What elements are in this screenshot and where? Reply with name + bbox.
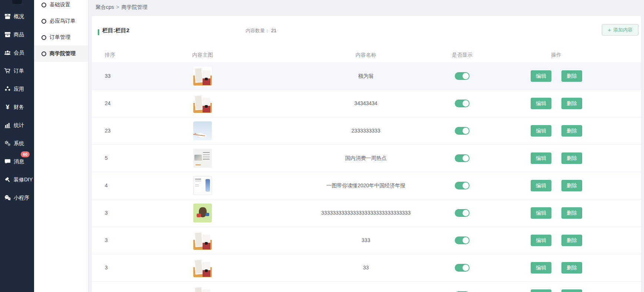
row-visibility-toggle[interactable] <box>455 264 470 272</box>
row-thumbnail-image <box>193 231 212 250</box>
row-thumbnail-image <box>193 204 212 222</box>
row-visibility-toggle[interactable] <box>455 72 470 80</box>
toggle-knob <box>463 237 469 244</box>
sidebar-item-system[interactable]: 系统 <box>0 134 34 152</box>
submenu-item-label: 商学院管理 <box>50 50 76 57</box>
row-content-name: 一图带你读懂2020年中国经济年报 <box>326 172 405 199</box>
row-content-name: 3333333333333333333333333333333 <box>321 199 410 226</box>
product-icon <box>4 31 11 38</box>
primary-sidebar: 概况 商品 会员 订单 应用 ¥ 财务 <box>0 0 34 292</box>
sidebar-item-label: 订单 <box>14 68 24 74</box>
sidebar-item-stats[interactable]: 统计 <box>0 116 34 134</box>
thumb-layer <box>194 259 203 275</box>
row-thumbnail-image <box>193 121 212 140</box>
thumb-layer <box>196 164 201 165</box>
row-sort-value: 3 <box>105 282 108 292</box>
row-thumbnail-image <box>193 176 212 195</box>
edit-button[interactable]: 编辑 <box>531 125 551 137</box>
delete-button[interactable]: 删除 <box>561 207 582 219</box>
row-actions: 编辑 删除 <box>531 235 582 246</box>
thumb-layer <box>197 214 201 217</box>
submenu-item-order-management[interactable]: 订单管理 <box>34 29 88 46</box>
message-bubble-icon <box>4 158 11 165</box>
table-header: 排序 内容主图 内容名称 是否显示 操作 <box>92 47 641 62</box>
row-thumbnail-image <box>193 286 212 292</box>
edit-button[interactable]: 编辑 <box>531 235 551 246</box>
row-visibility-toggle[interactable] <box>455 209 470 217</box>
content-count: 内容数量：21 <box>246 27 276 34</box>
row-visibility-toggle[interactable] <box>455 154 470 162</box>
delete-button[interactable]: 删除 <box>561 70 582 82</box>
row-content-name: 333 <box>361 227 370 254</box>
thumb-layer <box>205 242 208 245</box>
breadcrumb-item-root[interactable]: 聚合cps <box>96 4 114 10</box>
thumb-layer <box>195 179 201 179</box>
add-content-button[interactable]: + 添加内容 <box>602 24 638 36</box>
secondary-sidebar: 基础设置 必应鸟订单 订单管理 商学院管理 <box>34 0 89 292</box>
row-sort-value: 33 <box>105 63 111 90</box>
row-visibility-toggle[interactable] <box>455 236 470 244</box>
delete-button[interactable]: 删除 <box>561 98 582 109</box>
delete-button[interactable]: 删除 <box>561 235 582 246</box>
orders-cart-icon <box>4 67 11 74</box>
table-row: 3 33 编辑 删除 <box>92 281 641 292</box>
thumb-layer <box>194 155 202 161</box>
sidebar-item-members[interactable]: 会员 <box>0 44 34 62</box>
edit-button[interactable]: 编辑 <box>531 180 551 191</box>
thumb-layer <box>194 232 203 247</box>
sidebar-item-label: 系统 <box>14 140 24 147</box>
delete-button[interactable]: 删除 <box>561 180 582 191</box>
overview-icon <box>4 13 11 20</box>
delete-button[interactable]: 删除 <box>561 262 582 273</box>
circle-bullet-icon <box>41 19 46 24</box>
row-visibility-toggle[interactable] <box>455 100 470 107</box>
panel-title: 栏目:栏目2 <box>102 27 129 34</box>
row-actions: 编辑 删除 <box>531 207 582 219</box>
row-sort-value: 5 <box>105 145 108 172</box>
apps-icon <box>4 85 11 93</box>
edit-button[interactable]: 编辑 <box>531 152 551 164</box>
primary-nav: 概况 商品 会员 订单 应用 ¥ 财务 <box>0 7 34 207</box>
members-icon <box>4 49 11 56</box>
submenu-item-biyingniao-orders[interactable]: 必应鸟订单 <box>34 13 88 29</box>
delete-button[interactable]: 删除 <box>561 152 582 164</box>
plus-icon: + <box>608 27 611 33</box>
table-row: 33 额为翁 编辑 删除 <box>92 62 641 90</box>
row-visibility-toggle[interactable] <box>455 127 470 135</box>
sidebar-item-label: 消息 <box>14 158 24 165</box>
circle-bullet-icon <box>41 35 46 40</box>
sidebar-item-finance[interactable]: ¥ 财务 <box>0 98 34 116</box>
edit-button[interactable]: 编辑 <box>531 70 551 82</box>
sidebar-item-label: 统计 <box>14 122 24 129</box>
row-content-name: 33 <box>363 282 369 292</box>
submenu-item-basic-settings[interactable]: 基础设置 <box>34 0 88 13</box>
delete-button[interactable]: 删除 <box>561 125 582 137</box>
toggle-knob <box>463 182 469 189</box>
edit-button[interactable]: 编辑 <box>531 289 551 292</box>
sidebar-item-apps[interactable]: 应用 <box>0 80 34 98</box>
row-actions: 编辑 删除 <box>531 125 582 137</box>
edit-button[interactable]: 编辑 <box>531 98 551 109</box>
delete-button[interactable]: 删除 <box>561 289 582 292</box>
sidebar-item-products[interactable]: 商品 <box>0 26 34 44</box>
submenu-item-business-school[interactable]: 商学院管理 <box>34 46 88 62</box>
edit-button[interactable]: 编辑 <box>531 207 551 219</box>
row-actions: 编辑 删除 <box>531 98 582 109</box>
edit-button[interactable]: 编辑 <box>531 262 551 273</box>
sidebar-item-overview[interactable]: 概况 <box>0 7 34 26</box>
sidebar-item-diy[interactable]: 装修DIY <box>0 171 34 189</box>
sidebar-item-miniprogram[interactable]: 小程序 <box>0 189 34 207</box>
table-row: 5 国内消费一周热点 编辑 删除 <box>92 144 641 172</box>
thumb-layer <box>203 289 210 292</box>
sidebar-item-orders[interactable]: 订单 <box>0 62 34 80</box>
row-actions: 编辑 删除 <box>531 289 582 292</box>
miniprogram-wechat-icon <box>4 194 11 201</box>
thumb-layer <box>194 286 203 292</box>
thumb-layer <box>206 213 209 216</box>
title-marker-bar <box>98 29 99 35</box>
submenu-item-label: 基础设置 <box>50 1 70 8</box>
row-thumbnail-image <box>193 94 212 113</box>
sidebar-item-messages[interactable]: 消息 60 <box>0 152 34 171</box>
table-row: 23 2333333333 编辑 删除 <box>92 117 641 144</box>
row-visibility-toggle[interactable] <box>455 182 470 189</box>
